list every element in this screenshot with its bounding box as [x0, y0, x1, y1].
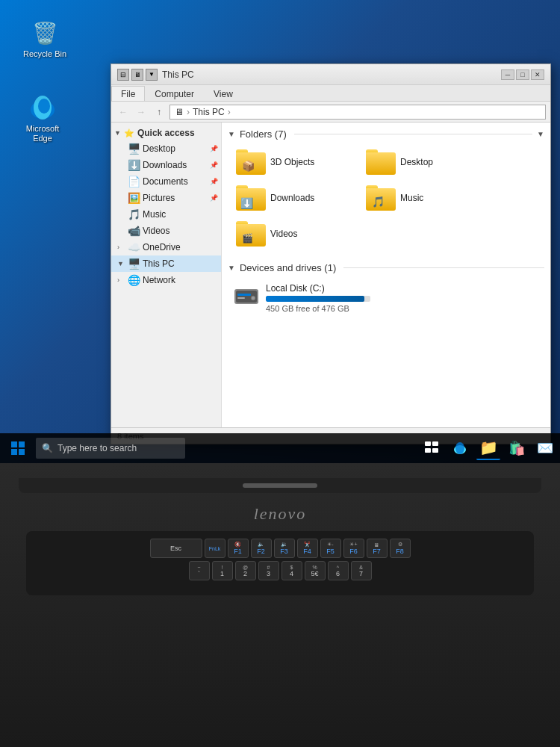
maximize-button[interactable]: □ [516, 69, 529, 80]
title-icon-2[interactable]: 🖥 [131, 69, 143, 81]
svg-rect-15 [432, 448, 438, 453]
quick-access-label: Quick access [137, 128, 195, 138]
ribbon-tabs: File Computer View [111, 85, 550, 102]
folder-desktop[interactable]: Desktop [361, 146, 488, 179]
key-tilde[interactable]: ~` [189, 561, 210, 580]
window-controls: ─ □ ✕ [501, 69, 544, 80]
key-1[interactable]: !1 [212, 561, 233, 580]
sidebar-item-this-pc[interactable]: ▼ 🖥️ This PC [111, 255, 221, 272]
network-icon: 🌐 [128, 274, 140, 286]
devices-section-header[interactable]: ▼ Devices and drives (1) [228, 262, 544, 273]
title-icon-qat[interactable]: ▼ [146, 69, 158, 81]
storage-progress-fill [266, 296, 364, 302]
music-sidebar-icon: 🎵 [128, 208, 140, 220]
key-f2[interactable]: 🔈F2 [251, 539, 272, 558]
key-4[interactable]: $4 [281, 561, 302, 580]
svg-rect-5 [237, 294, 251, 296]
folder-downloads[interactable]: ⬇️ Downloads [231, 182, 358, 214]
svg-rect-10 [11, 449, 17, 455]
key-row-fn: Esc FnLk 🔇F1 🔈F2 🔉F3 ✂️F4 ☀-F5 ☀+F6 🖥F7 … [32, 539, 528, 558]
folder-grid: 📦 3D Objects Desktop [228, 146, 544, 250]
forward-button[interactable]: → [134, 105, 149, 120]
key-f1[interactable]: 🔇F1 [228, 539, 249, 558]
svg-rect-11 [19, 449, 25, 455]
title-icon-1[interactable]: ⊟ [117, 69, 129, 81]
taskbar-file-explorer[interactable]: 📁 [476, 436, 500, 460]
key-6[interactable]: ^6 [328, 561, 349, 580]
devices-section-title: Devices and drives (1) [240, 262, 336, 273]
start-button[interactable] [3, 434, 33, 462]
folders-section-dropdown[interactable]: ▼ [537, 130, 544, 138]
key-fnlk[interactable]: FnLk [205, 539, 225, 558]
key-3[interactable]: #3 [258, 561, 279, 580]
hard-drive-icon [233, 283, 260, 314]
sidebar-item-videos[interactable]: 📹 Videos [111, 223, 221, 239]
title-bar-icons: ⊟ 🖥 ▼ [117, 69, 158, 81]
sidebar-item-documents[interactable]: 📄 Documents 📌 [111, 173, 221, 190]
key-5[interactable]: %5€ [305, 561, 326, 580]
taskbar-mail[interactable]: ✉️ [533, 436, 557, 460]
laptop-bezel [19, 478, 541, 493]
key-2[interactable]: @2 [235, 561, 256, 580]
path-sep-2: › [228, 107, 231, 117]
key-7[interactable]: &7 [351, 561, 372, 580]
pictures-sidebar-icon: 🖼️ [128, 192, 140, 204]
folder-3d-objects[interactable]: 📦 3D Objects [231, 146, 358, 179]
key-f6[interactable]: ☀+F6 [343, 539, 364, 558]
close-button[interactable]: ✕ [531, 69, 544, 80]
recycle-bin-icon: 🗑️ [30, 18, 60, 48]
sidebar-item-music[interactable]: 🎵 Music [111, 206, 221, 223]
svg-point-7 [251, 296, 255, 300]
svg-rect-13 [432, 441, 438, 446]
device-local-disk-c[interactable]: Local Disk (C:) 450 GB free of 476 GB [228, 279, 544, 317]
folder-videos[interactable]: 🎬 Videos [231, 217, 358, 250]
taskbar-edge[interactable] [448, 436, 472, 460]
up-button[interactable]: ↑ [152, 105, 167, 120]
address-bar: ← → ↑ 🖥 › This PC › [111, 102, 550, 123]
key-f5[interactable]: ☀-F5 [320, 539, 341, 558]
sidebar-item-desktop[interactable]: 🖥️ Desktop 📌 [111, 140, 221, 157]
taskbar-store[interactable]: 🛍️ [505, 436, 529, 460]
svg-rect-12 [425, 441, 431, 446]
folder-icon-desktop [366, 149, 396, 175]
desktop-icon-recycle-bin[interactable]: 🗑️ Recycle Bin [19, 15, 71, 62]
back-button[interactable]: ← [116, 105, 131, 120]
key-esc[interactable]: Esc [150, 539, 202, 558]
folder-music[interactable]: 🎵 Music [361, 182, 488, 214]
content-area: ▼ Folders (7) ▼ 📦 3D Objects [222, 123, 550, 427]
edge-icon [28, 93, 57, 123]
svg-point-17 [455, 442, 464, 454]
path-sep-1: › [187, 107, 190, 117]
sidebar-item-downloads[interactable]: ⬇️ Downloads 📌 [111, 157, 221, 173]
folders-section-header[interactable]: ▼ Folders (7) ▼ [228, 128, 544, 140]
taskbar-search[interactable]: 🔍 Type here to search [36, 438, 185, 459]
key-f3[interactable]: 🔉F3 [274, 539, 295, 558]
videos-sidebar-icon: 📹 [128, 225, 140, 237]
tab-view[interactable]: View [204, 86, 243, 101]
sidebar-quick-access-header[interactable]: ▼ ⭐ Quick access [111, 125, 221, 140]
sidebar: ▼ ⭐ Quick access 🖥️ Desktop 📌 ⬇️ Downloa… [111, 123, 222, 427]
key-f7[interactable]: 🖥F7 [367, 539, 388, 558]
sidebar-item-pictures[interactable]: 🖼️ Pictures 📌 [111, 190, 221, 206]
tab-computer[interactable]: Computer [145, 86, 204, 101]
downloads-sidebar-icon: ⬇️ [128, 159, 140, 171]
laptop-body: lenovo Esc FnLk 🔇F1 🔈F2 🔉F3 ✂️F4 ☀-F5 ☀+… [0, 463, 560, 747]
desktop-icon-edge[interactable]: Microsoft Edge [16, 90, 69, 146]
key-f4[interactable]: ✂️F4 [297, 539, 318, 558]
taskbar-task-view[interactable] [420, 436, 444, 460]
storage-progress-bar [266, 296, 370, 302]
taskbar-apps: 📁 🛍️ ✉️ [420, 436, 557, 460]
this-pc-icon: 🖥️ [128, 258, 140, 270]
search-icon: 🔍 [42, 443, 53, 453]
svg-rect-14 [425, 448, 431, 453]
sidebar-item-onedrive[interactable]: › ☁️ OneDrive [111, 239, 221, 255]
devices-chevron: ▼ [228, 264, 235, 272]
tab-file[interactable]: File [111, 86, 145, 101]
keyboard: Esc FnLk 🔇F1 🔈F2 🔉F3 ✂️F4 ☀-F5 ☀+F6 🖥F7 … [26, 531, 534, 595]
sidebar-item-network[interactable]: › 🌐 Network [111, 272, 221, 288]
key-f8[interactable]: ⚙F8 [390, 539, 411, 558]
documents-sidebar-icon: 📄 [128, 176, 140, 187]
key-row-numbers: ~` !1 @2 #3 $4 %5€ ^6 &7 [32, 561, 528, 580]
minimize-button[interactable]: ─ [501, 69, 514, 80]
address-path[interactable]: 🖥 › This PC › [169, 105, 546, 120]
